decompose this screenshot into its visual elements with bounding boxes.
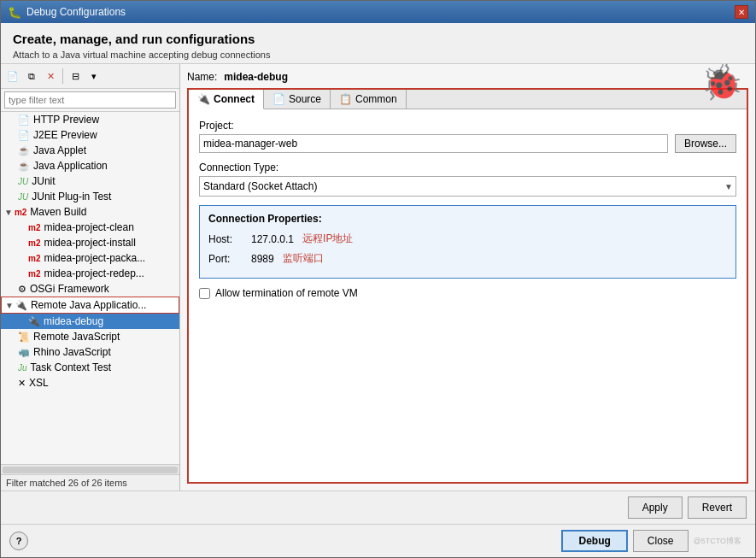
collapse-all-button[interactable]: ⊟ <box>67 68 84 85</box>
filter-input[interactable] <box>4 91 176 109</box>
revert-button[interactable]: Revert <box>688 496 747 519</box>
tree-item-label: midea-project-redep... <box>44 267 144 279</box>
remote-js-icon: 📜 <box>18 332 30 343</box>
toolbar-separator <box>62 68 63 84</box>
tree-item-midea-clean[interactable]: m2 midea-project-clean <box>1 220 179 235</box>
common-tab-label: Common <box>355 93 397 105</box>
j2ee-preview-icon: 📄 <box>18 130 30 141</box>
config-name-value: midea-debug <box>224 71 288 83</box>
source-tab-icon: 📄 <box>273 93 285 105</box>
debug-button[interactable]: Debug <box>561 530 627 552</box>
tree-item-rhino-js[interactable]: 🦏 Rhino JavaScript <box>1 344 179 360</box>
port-value: 8989 <box>251 253 274 265</box>
host-label: Host: <box>208 233 251 245</box>
tree-item-label: JUnit <box>32 175 55 187</box>
header-area: Create, manage, and run configurations A… <box>1 23 755 64</box>
midea-redeploy-icon: m2 <box>28 269 40 279</box>
logo-bug-icon: 🐞 <box>700 62 743 103</box>
project-input[interactable] <box>199 134 668 153</box>
midea-install-icon: m2 <box>28 238 40 248</box>
remote-java-expand-arrow: ▼ <box>5 301 14 310</box>
tree-item-java-application[interactable]: ☕ Java Application <box>1 158 179 173</box>
tree-item-osgi[interactable]: ⚙ OSGi Framework <box>1 281 179 297</box>
junit-plugin-icon: JU <box>18 192 28 202</box>
bug-icon: 🐛 <box>8 6 21 19</box>
scrollbar-thumb[interactable] <box>3 467 178 473</box>
tree-item-java-applet[interactable]: ☕ Java Applet <box>1 143 179 158</box>
midea-clean-icon: m2 <box>28 223 40 232</box>
connection-type-label: Connection Type: <box>199 162 736 173</box>
header-subtitle: Attach to a Java virtual machine accepti… <box>13 50 743 60</box>
window-title: Debug Configurations <box>26 6 730 18</box>
config-name-row: Name: midea-debug <box>187 71 748 83</box>
left-panel: 📄 ⧉ ✕ ⊟ ▾ 📄 HTTP Preview <box>1 64 180 490</box>
name-label: Name: <box>187 71 217 83</box>
tree-item-remote-js[interactable]: 📜 Remote JavaScript <box>1 329 179 344</box>
tree-item-junit[interactable]: JU JUnit <box>1 173 179 189</box>
java-applet-icon: ☕ <box>18 145 30 156</box>
tree-item-midea-install[interactable]: m2 midea-project-install <box>1 235 179 250</box>
port-annotation: 监听端口 <box>283 251 324 266</box>
filter-wrap <box>1 89 179 112</box>
connection-type-select[interactable]: Standard (Socket Attach) <box>199 176 736 197</box>
watermark: @5TCTO博客 <box>694 536 747 547</box>
horizontal-scrollbar[interactable] <box>1 464 179 474</box>
tree-item-label: Rhino JavaScript <box>33 346 111 358</box>
new-config-button[interactable]: 📄 <box>4 68 21 85</box>
tree-item-label: Task Context Test <box>31 361 112 373</box>
common-tab-icon: 📋 <box>339 93 352 105</box>
delete-config-button[interactable]: ✕ <box>42 68 59 85</box>
tree-item-task-context[interactable]: Ju Task Context Test <box>1 360 179 375</box>
tree-item-j2ee-preview[interactable]: 📄 J2EE Preview <box>1 127 179 143</box>
xsl-icon: ✕ <box>18 378 26 389</box>
allow-termination-label: Allow termination of remote VM <box>215 287 358 299</box>
tree-item-label: Remote Java Applicatio... <box>31 299 146 311</box>
very-bottom-bar: ? Debug Close @5TCTO博客 <box>1 524 755 557</box>
apply-button[interactable]: Apply <box>628 496 683 519</box>
tree-item-midea-debug[interactable]: 🔌 midea-debug <box>1 314 179 329</box>
help-button[interactable]: ? <box>9 532 28 550</box>
tree-item-midea-redeploy[interactable]: m2 midea-project-redep... <box>1 266 179 281</box>
window-close-button[interactable]: ✕ <box>735 5 748 19</box>
title-bar: 🐛 Debug Configurations ✕ <box>1 1 755 23</box>
tab-common[interactable]: 📋 Common <box>331 90 407 109</box>
connect-tab-icon: 🔌 <box>197 93 210 105</box>
port-label: Port: <box>208 253 251 265</box>
junit-icon: JU <box>18 177 28 186</box>
right-panel: Name: midea-debug 🔌 Connect 📄 Source 📋 <box>180 64 755 490</box>
tree-item-label: midea-project-clean <box>44 221 133 233</box>
tree-item-midea-package[interactable]: m2 midea-project-packa... <box>1 250 179 266</box>
connection-type-row: Connection Type: Standard (Socket Attach… <box>199 162 736 197</box>
tree-item-label: midea-project-install <box>44 237 135 249</box>
filter-status: Filter matched 26 of 26 items <box>1 474 179 490</box>
project-input-row: Browse... <box>199 134 736 153</box>
host-value: 127.0.0.1 <box>251 233 294 245</box>
tab-source[interactable]: 📄 Source <box>264 90 331 109</box>
tree-item-xsl[interactable]: ✕ XSL <box>1 375 179 391</box>
header-title: Create, manage, and run configurations <box>13 32 743 46</box>
project-row: Project: Browse... <box>199 120 736 153</box>
tree-item-remote-java[interactable]: ▼ 🔌 Remote Java Applicatio... <box>1 297 179 314</box>
host-row: Host: 127.0.0.1 远程IP地址 <box>208 232 727 246</box>
tab-connect[interactable]: 🔌 Connect <box>189 90 264 109</box>
tree-item-label: OSGi Framework <box>30 283 109 295</box>
tree-item-label: midea-project-packa... <box>44 252 145 264</box>
tree-item-label: XSL <box>29 377 49 389</box>
tree-item-maven-build[interactable]: ▼ m2 Maven Build <box>1 204 179 220</box>
tree-item-label: Maven Build <box>30 206 86 218</box>
tree-item-label: HTTP Preview <box>33 114 99 126</box>
menu-button[interactable]: ▾ <box>85 68 103 85</box>
action-bar: Apply Revert <box>1 490 755 524</box>
connect-tab-label: Connect <box>214 93 255 105</box>
allow-termination-checkbox[interactable] <box>199 288 210 299</box>
config-panel: 🔌 Connect 📄 Source 📋 Common <box>187 88 748 484</box>
toolbar: 📄 ⧉ ✕ ⊟ ▾ <box>1 64 179 89</box>
tree-item-junit-plugin[interactable]: JU JUnit Plug-in Test <box>1 189 179 204</box>
tabs-row: 🔌 Connect 📄 Source 📋 Common <box>189 90 747 109</box>
tab-content-connect: Project: Browse... Connection Type: Stan… <box>189 109 747 482</box>
duplicate-config-button[interactable]: ⧉ <box>23 68 40 85</box>
rhino-js-icon: 🦏 <box>18 347 30 358</box>
browse-button[interactable]: Browse... <box>675 134 736 153</box>
tree-item-http-preview[interactable]: 📄 HTTP Preview <box>1 112 179 127</box>
close-button[interactable]: Close <box>633 530 689 552</box>
